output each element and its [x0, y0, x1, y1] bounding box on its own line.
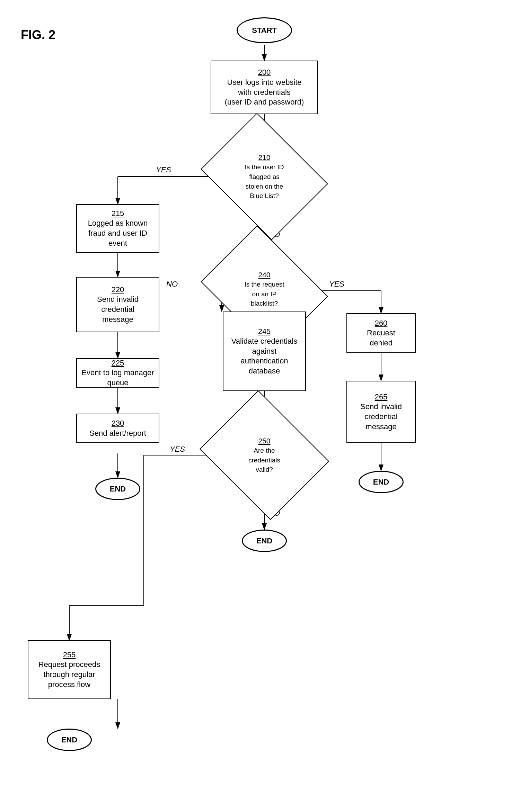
node-220: 220 Send invalid credential message [76, 277, 159, 332]
diagram-container: FIG. 2 YES NO NO [0, 0, 529, 812]
end-node-4: END [47, 729, 92, 751]
svg-text:YES: YES [156, 165, 171, 174]
start-node: START [237, 17, 292, 43]
node-210: 210 Is the user ID flagged as stolen on … [214, 137, 315, 216]
node-245: 245 Validate credentials against authent… [223, 312, 306, 391]
node-215: 215 Logged as known fraud and user ID ev… [76, 204, 159, 253]
svg-text:YES: YES [329, 280, 344, 288]
end-node-1: END [95, 478, 140, 500]
node-250: 250 Are the credentials valid? [214, 414, 315, 497]
node-225: 225 Event to log manager queue [76, 358, 159, 388]
node-200: 200 User logs into website with credenti… [211, 61, 318, 114]
node-260: 260 Request denied [346, 313, 416, 353]
svg-text:YES: YES [170, 445, 185, 453]
node-265: 265 Send invalid credential message [346, 381, 416, 443]
end-node-3: END [359, 471, 404, 493]
node-255: 255 Request proceeds through regular pro… [28, 640, 111, 699]
node-230: 230 Send alert/report [76, 414, 159, 443]
svg-text:NO: NO [166, 280, 178, 288]
end-node-2: END [242, 530, 287, 552]
